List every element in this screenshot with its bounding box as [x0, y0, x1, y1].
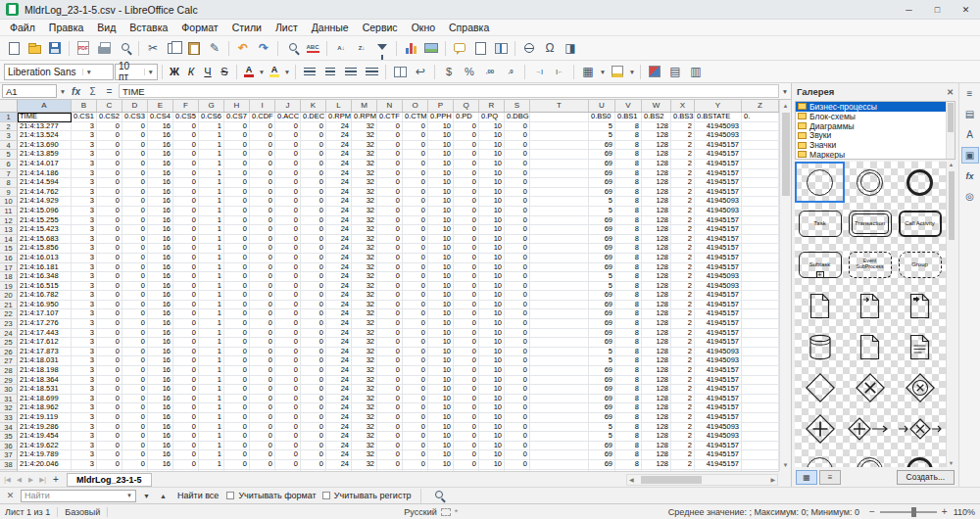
- cell[interactable]: 69: [589, 338, 615, 348]
- cell[interactable]: 5: [589, 432, 615, 442]
- cell[interactable]: 41945093: [695, 356, 742, 366]
- cell[interactable]: 0: [173, 329, 199, 339]
- cell[interactable]: 0: [224, 282, 250, 292]
- cell[interactable]: 0: [454, 178, 479, 188]
- cell[interactable]: 1: [199, 235, 224, 245]
- previous-sheet-icon[interactable]: ◀: [14, 476, 24, 484]
- cell[interactable]: 0: [377, 131, 403, 141]
- cell[interactable]: 0: [173, 254, 199, 263]
- cell[interactable]: 0: [454, 403, 479, 413]
- cell[interactable]: 0: [403, 122, 428, 132]
- cell[interactable]: 8: [615, 348, 642, 357]
- cell[interactable]: 32: [352, 301, 377, 310]
- cell[interactable]: 0: [301, 207, 326, 216]
- cell[interactable]: 41945157: [695, 301, 742, 310]
- properties-deck-icon[interactable]: ▤: [961, 106, 979, 122]
- cell[interactable]: 0: [224, 216, 250, 226]
- cell[interactable]: 16: [148, 403, 173, 413]
- cell[interactable]: 0: [505, 235, 530, 245]
- cell[interactable]: 2: [671, 423, 695, 433]
- menu-item[interactable]: Файл: [3, 21, 42, 34]
- cell[interactable]: 3: [72, 395, 97, 404]
- cell[interactable]: 0: [275, 460, 301, 470]
- cell[interactable]: [742, 309, 779, 319]
- cell[interactable]: 41945157: [695, 169, 742, 179]
- cell[interactable]: 0: [454, 450, 479, 460]
- cell[interactable]: 3: [72, 460, 97, 470]
- cell[interactable]: 0: [377, 460, 403, 470]
- cell[interactable]: 5: [589, 197, 615, 207]
- cell[interactable]: 0.CS2: [97, 113, 122, 122]
- cell[interactable]: 0: [403, 291, 428, 301]
- cell[interactable]: 0: [173, 291, 199, 301]
- cell[interactable]: [742, 385, 779, 395]
- cell[interactable]: 2: [671, 385, 695, 395]
- column-header[interactable]: O: [403, 100, 428, 112]
- cell[interactable]: 16: [148, 348, 173, 357]
- cell[interactable]: 0: [301, 450, 326, 460]
- cell[interactable]: 10: [428, 423, 454, 433]
- cell[interactable]: [742, 376, 779, 386]
- cell[interactable]: 0: [224, 141, 250, 151]
- cell[interactable]: 21:4:15.255: [18, 216, 72, 226]
- scroll-down-icon[interactable]: ▼: [780, 459, 791, 471]
- cell[interactable]: 0: [454, 432, 479, 442]
- row-header[interactable]: 35: [0, 432, 18, 442]
- cell[interactable]: 0: [224, 423, 250, 433]
- cell[interactable]: 10: [479, 122, 505, 132]
- cell[interactable]: 0: [301, 442, 326, 451]
- cell[interactable]: 16: [148, 188, 173, 198]
- cell[interactable]: 8: [615, 356, 642, 366]
- cell[interactable]: 32: [352, 216, 377, 226]
- row-header[interactable]: 6: [0, 160, 18, 169]
- menu-item[interactable]: Справка: [442, 21, 496, 34]
- cell[interactable]: 41945157: [695, 225, 742, 235]
- column-header[interactable]: Q: [454, 100, 479, 112]
- cell[interactable]: 10: [479, 338, 505, 348]
- row-header[interactable]: 31: [0, 395, 18, 404]
- cell[interactable]: 0: [122, 216, 148, 226]
- cell[interactable]: 0: [301, 141, 326, 151]
- cell[interactable]: 128: [642, 432, 671, 442]
- align-justify-icon[interactable]: [362, 63, 381, 81]
- cell[interactable]: 24: [326, 309, 352, 319]
- cell[interactable]: 24: [326, 366, 352, 376]
- cell[interactable]: 10: [479, 385, 505, 395]
- cell[interactable]: 0: [97, 122, 122, 132]
- cell[interactable]: 0.DBG: [505, 113, 530, 122]
- cell[interactable]: 32: [352, 329, 377, 339]
- cell[interactable]: 5: [589, 272, 615, 282]
- cell[interactable]: 0: [97, 319, 122, 329]
- cell[interactable]: [530, 113, 589, 122]
- cell[interactable]: 41945093: [695, 272, 742, 282]
- scroll-right-icon[interactable]: ▶: [770, 476, 775, 483]
- cell[interactable]: 0: [97, 432, 122, 442]
- row-header[interactable]: 34: [0, 423, 18, 433]
- cell[interactable]: 0: [505, 207, 530, 216]
- equals-icon[interactable]: =: [102, 86, 117, 97]
- maximize-icon[interactable]: □: [923, 0, 952, 19]
- cell[interactable]: 69: [589, 385, 615, 395]
- clone-formatting-icon[interactable]: ✎: [205, 39, 224, 58]
- cell[interactable]: 0: [301, 197, 326, 207]
- cell[interactable]: 2: [671, 235, 695, 245]
- gallery-item-document[interactable]: [895, 326, 945, 367]
- column-header[interactable]: H: [224, 100, 250, 112]
- cell[interactable]: [530, 385, 589, 395]
- new-document-icon[interactable]: [4, 39, 24, 58]
- cell[interactable]: 24: [326, 348, 352, 357]
- cell[interactable]: [530, 235, 589, 245]
- cell[interactable]: 16: [148, 254, 173, 263]
- cell[interactable]: 21:4:17.873: [18, 348, 72, 357]
- copy-icon[interactable]: [164, 39, 183, 58]
- cell[interactable]: 0: [224, 301, 250, 310]
- cell[interactable]: 0: [454, 207, 479, 216]
- menu-item[interactable]: Вид: [90, 21, 122, 34]
- cell[interactable]: 41945157: [695, 442, 742, 451]
- cell[interactable]: 21:4:14.594: [18, 178, 72, 188]
- cell[interactable]: [742, 319, 779, 329]
- cell[interactable]: 1: [199, 169, 224, 179]
- cell[interactable]: 0: [275, 150, 301, 160]
- align-left-icon[interactable]: [300, 63, 319, 81]
- match-case-checkbox[interactable]: [322, 492, 330, 499]
